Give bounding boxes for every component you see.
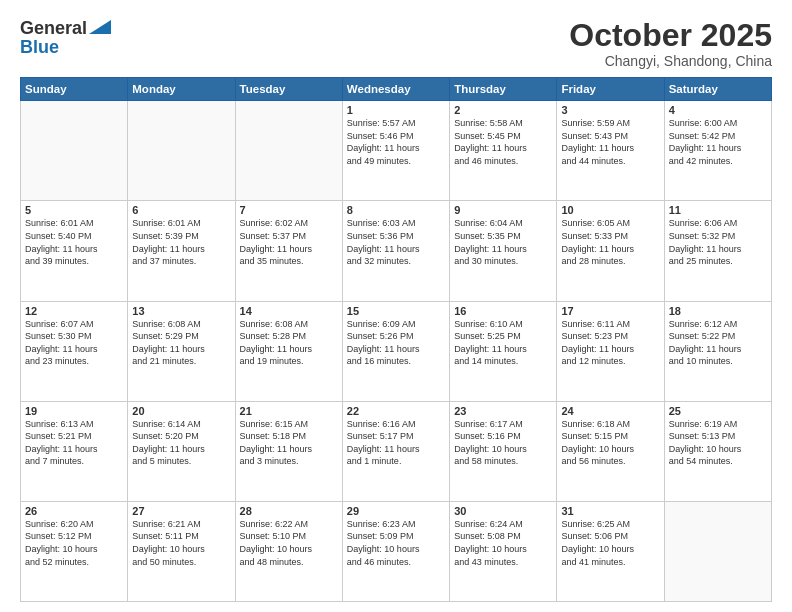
calendar-cell: 6Sunrise: 6:01 AM Sunset: 5:39 PM Daylig… bbox=[128, 201, 235, 301]
day-number: 25 bbox=[669, 405, 767, 417]
weekday-thursday: Thursday bbox=[450, 78, 557, 101]
calendar-cell: 2Sunrise: 5:58 AM Sunset: 5:45 PM Daylig… bbox=[450, 101, 557, 201]
day-info: Sunrise: 6:19 AM Sunset: 5:13 PM Dayligh… bbox=[669, 418, 767, 468]
calendar-cell: 20Sunrise: 6:14 AM Sunset: 5:20 PM Dayli… bbox=[128, 401, 235, 501]
header: General Blue October 2025 Changyi, Shand… bbox=[20, 18, 772, 69]
calendar-cell: 23Sunrise: 6:17 AM Sunset: 5:16 PM Dayli… bbox=[450, 401, 557, 501]
calendar-cell bbox=[21, 101, 128, 201]
svg-marker-0 bbox=[89, 20, 111, 34]
calendar-cell bbox=[664, 501, 771, 601]
calendar-week-5: 26Sunrise: 6:20 AM Sunset: 5:12 PM Dayli… bbox=[21, 501, 772, 601]
location: Changyi, Shandong, China bbox=[569, 53, 772, 69]
day-info: Sunrise: 6:02 AM Sunset: 5:37 PM Dayligh… bbox=[240, 217, 338, 267]
calendar-cell: 16Sunrise: 6:10 AM Sunset: 5:25 PM Dayli… bbox=[450, 301, 557, 401]
day-number: 4 bbox=[669, 104, 767, 116]
day-info: Sunrise: 6:03 AM Sunset: 5:36 PM Dayligh… bbox=[347, 217, 445, 267]
day-number: 20 bbox=[132, 405, 230, 417]
calendar-cell: 24Sunrise: 6:18 AM Sunset: 5:15 PM Dayli… bbox=[557, 401, 664, 501]
day-number: 27 bbox=[132, 505, 230, 517]
day-info: Sunrise: 6:10 AM Sunset: 5:25 PM Dayligh… bbox=[454, 318, 552, 368]
month-title: October 2025 bbox=[569, 18, 772, 53]
day-info: Sunrise: 6:22 AM Sunset: 5:10 PM Dayligh… bbox=[240, 518, 338, 568]
calendar-cell: 13Sunrise: 6:08 AM Sunset: 5:29 PM Dayli… bbox=[128, 301, 235, 401]
calendar-cell: 14Sunrise: 6:08 AM Sunset: 5:28 PM Dayli… bbox=[235, 301, 342, 401]
weekday-monday: Monday bbox=[128, 78, 235, 101]
day-info: Sunrise: 6:11 AM Sunset: 5:23 PM Dayligh… bbox=[561, 318, 659, 368]
day-info: Sunrise: 6:17 AM Sunset: 5:16 PM Dayligh… bbox=[454, 418, 552, 468]
day-info: Sunrise: 6:16 AM Sunset: 5:17 PM Dayligh… bbox=[347, 418, 445, 468]
day-info: Sunrise: 6:05 AM Sunset: 5:33 PM Dayligh… bbox=[561, 217, 659, 267]
day-number: 16 bbox=[454, 305, 552, 317]
day-info: Sunrise: 6:24 AM Sunset: 5:08 PM Dayligh… bbox=[454, 518, 552, 568]
calendar-cell: 7Sunrise: 6:02 AM Sunset: 5:37 PM Daylig… bbox=[235, 201, 342, 301]
day-info: Sunrise: 6:00 AM Sunset: 5:42 PM Dayligh… bbox=[669, 117, 767, 167]
calendar-cell: 1Sunrise: 5:57 AM Sunset: 5:46 PM Daylig… bbox=[342, 101, 449, 201]
day-number: 26 bbox=[25, 505, 123, 517]
calendar-cell: 26Sunrise: 6:20 AM Sunset: 5:12 PM Dayli… bbox=[21, 501, 128, 601]
calendar-week-2: 5Sunrise: 6:01 AM Sunset: 5:40 PM Daylig… bbox=[21, 201, 772, 301]
calendar-cell bbox=[128, 101, 235, 201]
calendar-cell: 28Sunrise: 6:22 AM Sunset: 5:10 PM Dayli… bbox=[235, 501, 342, 601]
calendar-cell: 25Sunrise: 6:19 AM Sunset: 5:13 PM Dayli… bbox=[664, 401, 771, 501]
weekday-tuesday: Tuesday bbox=[235, 78, 342, 101]
day-info: Sunrise: 5:57 AM Sunset: 5:46 PM Dayligh… bbox=[347, 117, 445, 167]
day-info: Sunrise: 6:20 AM Sunset: 5:12 PM Dayligh… bbox=[25, 518, 123, 568]
day-info: Sunrise: 6:04 AM Sunset: 5:35 PM Dayligh… bbox=[454, 217, 552, 267]
day-info: Sunrise: 6:06 AM Sunset: 5:32 PM Dayligh… bbox=[669, 217, 767, 267]
day-number: 10 bbox=[561, 204, 659, 216]
day-info: Sunrise: 5:58 AM Sunset: 5:45 PM Dayligh… bbox=[454, 117, 552, 167]
day-number: 19 bbox=[25, 405, 123, 417]
day-number: 21 bbox=[240, 405, 338, 417]
day-number: 22 bbox=[347, 405, 445, 417]
day-number: 2 bbox=[454, 104, 552, 116]
day-number: 28 bbox=[240, 505, 338, 517]
day-number: 13 bbox=[132, 305, 230, 317]
day-number: 24 bbox=[561, 405, 659, 417]
calendar-cell: 3Sunrise: 5:59 AM Sunset: 5:43 PM Daylig… bbox=[557, 101, 664, 201]
logo: General Blue bbox=[20, 18, 111, 58]
day-info: Sunrise: 6:14 AM Sunset: 5:20 PM Dayligh… bbox=[132, 418, 230, 468]
day-info: Sunrise: 6:23 AM Sunset: 5:09 PM Dayligh… bbox=[347, 518, 445, 568]
day-info: Sunrise: 6:13 AM Sunset: 5:21 PM Dayligh… bbox=[25, 418, 123, 468]
calendar-cell: 12Sunrise: 6:07 AM Sunset: 5:30 PM Dayli… bbox=[21, 301, 128, 401]
day-info: Sunrise: 6:07 AM Sunset: 5:30 PM Dayligh… bbox=[25, 318, 123, 368]
day-number: 18 bbox=[669, 305, 767, 317]
day-info: Sunrise: 6:08 AM Sunset: 5:28 PM Dayligh… bbox=[240, 318, 338, 368]
day-number: 14 bbox=[240, 305, 338, 317]
calendar-cell: 8Sunrise: 6:03 AM Sunset: 5:36 PM Daylig… bbox=[342, 201, 449, 301]
calendar-cell: 31Sunrise: 6:25 AM Sunset: 5:06 PM Dayli… bbox=[557, 501, 664, 601]
weekday-header-row: SundayMondayTuesdayWednesdayThursdayFrid… bbox=[21, 78, 772, 101]
day-number: 5 bbox=[25, 204, 123, 216]
logo-blue-text: Blue bbox=[20, 37, 59, 58]
day-info: Sunrise: 6:12 AM Sunset: 5:22 PM Dayligh… bbox=[669, 318, 767, 368]
calendar-week-4: 19Sunrise: 6:13 AM Sunset: 5:21 PM Dayli… bbox=[21, 401, 772, 501]
day-number: 3 bbox=[561, 104, 659, 116]
day-info: Sunrise: 6:21 AM Sunset: 5:11 PM Dayligh… bbox=[132, 518, 230, 568]
calendar-table: SundayMondayTuesdayWednesdayThursdayFrid… bbox=[20, 77, 772, 602]
logo-text: General bbox=[20, 18, 111, 39]
weekday-sunday: Sunday bbox=[21, 78, 128, 101]
day-info: Sunrise: 6:08 AM Sunset: 5:29 PM Dayligh… bbox=[132, 318, 230, 368]
day-info: Sunrise: 6:18 AM Sunset: 5:15 PM Dayligh… bbox=[561, 418, 659, 468]
title-block: October 2025 Changyi, Shandong, China bbox=[569, 18, 772, 69]
day-number: 7 bbox=[240, 204, 338, 216]
calendar-cell: 11Sunrise: 6:06 AM Sunset: 5:32 PM Dayli… bbox=[664, 201, 771, 301]
calendar-cell: 5Sunrise: 6:01 AM Sunset: 5:40 PM Daylig… bbox=[21, 201, 128, 301]
day-number: 11 bbox=[669, 204, 767, 216]
calendar-cell: 22Sunrise: 6:16 AM Sunset: 5:17 PM Dayli… bbox=[342, 401, 449, 501]
day-number: 15 bbox=[347, 305, 445, 317]
day-number: 23 bbox=[454, 405, 552, 417]
logo-arrow-icon bbox=[89, 20, 111, 34]
calendar-cell: 19Sunrise: 6:13 AM Sunset: 5:21 PM Dayli… bbox=[21, 401, 128, 501]
day-number: 1 bbox=[347, 104, 445, 116]
calendar-cell: 17Sunrise: 6:11 AM Sunset: 5:23 PM Dayli… bbox=[557, 301, 664, 401]
calendar-cell: 4Sunrise: 6:00 AM Sunset: 5:42 PM Daylig… bbox=[664, 101, 771, 201]
calendar-cell: 9Sunrise: 6:04 AM Sunset: 5:35 PM Daylig… bbox=[450, 201, 557, 301]
calendar-cell: 29Sunrise: 6:23 AM Sunset: 5:09 PM Dayli… bbox=[342, 501, 449, 601]
day-number: 30 bbox=[454, 505, 552, 517]
weekday-wednesday: Wednesday bbox=[342, 78, 449, 101]
day-info: Sunrise: 6:01 AM Sunset: 5:39 PM Dayligh… bbox=[132, 217, 230, 267]
calendar-cell: 30Sunrise: 6:24 AM Sunset: 5:08 PM Dayli… bbox=[450, 501, 557, 601]
weekday-saturday: Saturday bbox=[664, 78, 771, 101]
calendar-cell: 18Sunrise: 6:12 AM Sunset: 5:22 PM Dayli… bbox=[664, 301, 771, 401]
